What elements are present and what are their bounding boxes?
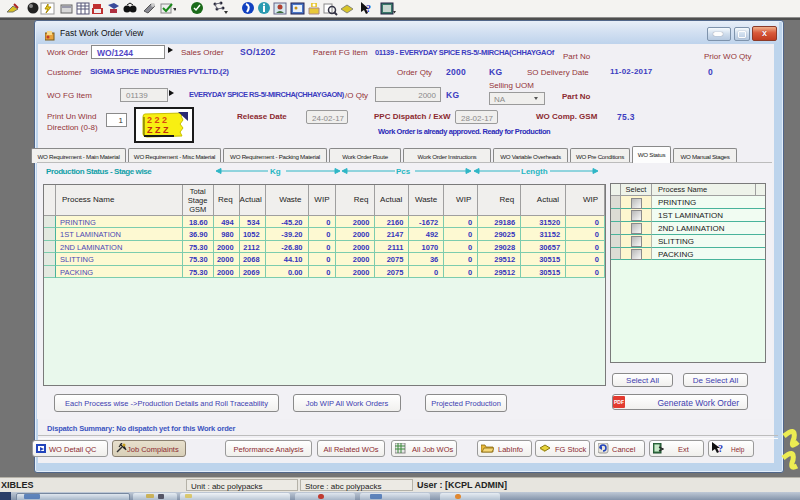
svg-text:2 2 2: 2 2 2 <box>147 115 167 125</box>
svg-text:Z Z Z: Z Z Z <box>147 125 169 135</box>
svg-text:Pcs: Pcs <box>396 167 411 176</box>
svg-text:?: ? <box>366 3 371 14</box>
svg-text:Kg: Kg <box>270 167 281 176</box>
svg-text:?: ? <box>718 443 723 454</box>
svg-text:Length: Length <box>521 167 548 176</box>
